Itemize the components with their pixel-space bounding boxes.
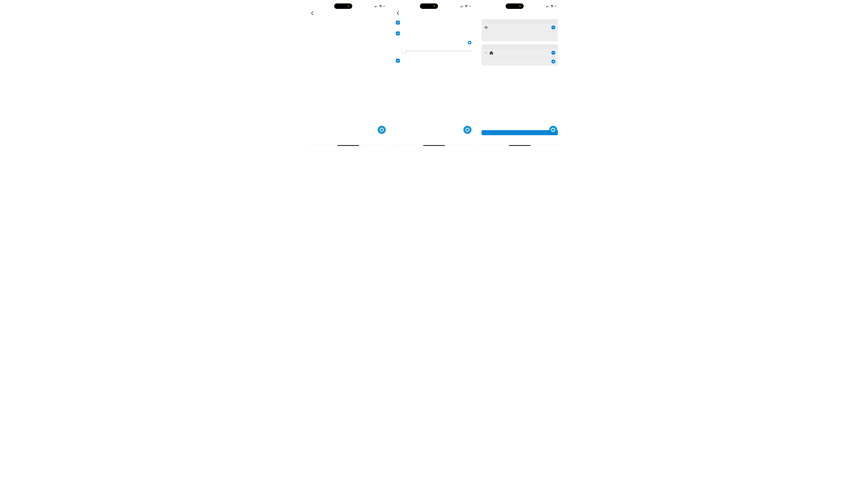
alexa-icon <box>465 128 469 132</box>
home-indicator[interactable] <box>423 145 445 146</box>
remove-action-button[interactable] <box>551 51 555 55</box>
set-brightness-row[interactable] <box>403 38 472 47</box>
alexa-fab[interactable] <box>378 126 386 134</box>
remove-trigger-button[interactable] <box>551 26 555 29</box>
alexa-fab[interactable] <box>549 126 557 134</box>
wifi-icon <box>551 5 554 7</box>
cellular-icon <box>546 5 549 7</box>
home-indicator[interactable] <box>509 145 531 146</box>
dynamic-island <box>506 3 524 9</box>
back-button[interactable] <box>397 11 404 15</box>
dynamic-island <box>334 3 352 9</box>
colour-value-row[interactable] <box>396 65 472 76</box>
colour-checkbox-row[interactable] <box>396 55 472 65</box>
screen-new-routine: ≡ + <box>479 2 560 147</box>
schedule-row[interactable] <box>482 32 558 36</box>
when-header <box>482 19 558 23</box>
radio-selected-icon <box>468 41 471 44</box>
battery-badge <box>383 6 385 6</box>
home-indicator[interactable] <box>337 145 359 146</box>
sound-wave-icon <box>484 26 488 29</box>
colour-swatch <box>403 68 409 73</box>
nav-header <box>479 10 560 14</box>
drag-handle-icon[interactable]: ≡ <box>484 51 487 55</box>
start-row[interactable] <box>482 36 558 41</box>
status-bar <box>479 2 560 10</box>
cellular-icon <box>460 5 464 7</box>
status-bar <box>393 2 475 10</box>
actions-card: ≡ + <box>482 44 558 66</box>
svg-point-0 <box>491 54 492 54</box>
power-checkbox-row[interactable] <box>396 18 472 27</box>
dynamic-island <box>420 3 438 9</box>
brightness-slider[interactable] <box>403 47 472 55</box>
status-bar <box>308 2 389 10</box>
brightness-checkbox-row[interactable] <box>396 27 472 38</box>
add-action-button[interactable]: + <box>551 60 555 63</box>
trigger-row[interactable] <box>482 23 558 32</box>
checkbox-checked-icon <box>396 59 400 63</box>
nav-header <box>308 10 389 18</box>
back-button[interactable] <box>311 11 318 15</box>
wifi-icon <box>465 5 468 7</box>
smart-home-icon <box>489 51 494 55</box>
alexa-icon <box>551 128 555 132</box>
alexa-fab[interactable] <box>463 126 471 134</box>
wifi-icon <box>379 5 382 7</box>
cellular-icon <box>375 5 378 7</box>
screen-lights-list <box>308 2 389 147</box>
alexa-icon <box>380 128 384 132</box>
battery-badge <box>469 6 471 6</box>
nav-header <box>393 10 475 18</box>
checkbox-checked-icon <box>396 21 400 25</box>
when-card <box>482 19 558 41</box>
save-button[interactable] <box>482 130 558 135</box>
action-row[interactable]: ≡ <box>482 48 558 57</box>
screen-light-config <box>393 2 475 147</box>
battery-badge <box>555 6 556 6</box>
actions-header <box>482 44 558 48</box>
add-action-row[interactable]: + <box>482 57 558 66</box>
checkbox-checked-icon <box>396 31 400 35</box>
